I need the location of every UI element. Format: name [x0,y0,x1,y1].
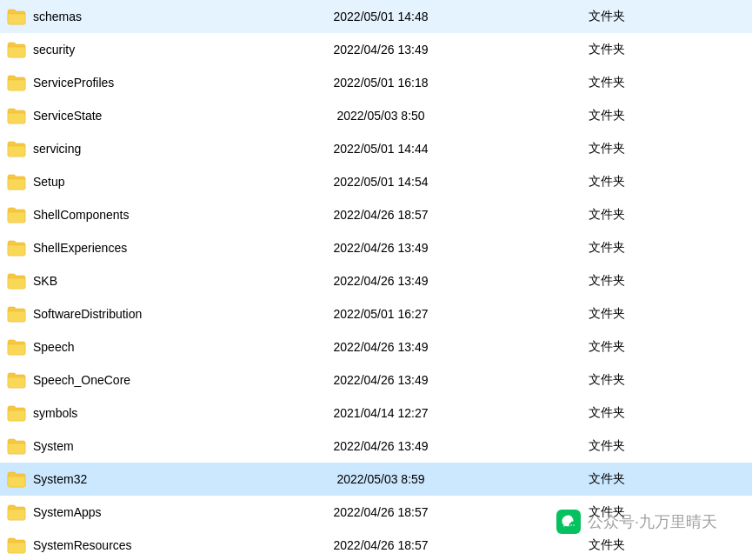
table-row[interactable]: System32 2022/05/03 8:59 文件夹 [0,463,752,496]
file-type: 文件夹 [468,207,745,223]
table-row[interactable]: security 2022/04/26 13:49 文件夹 [0,33,752,66]
table-row[interactable]: Speech 2022/04/26 13:49 文件夹 [0,330,752,363]
file-name: ServiceProfiles [33,76,294,90]
table-row[interactable]: servicing 2022/05/01 14:44 文件夹 [0,132,752,165]
file-date: 2022/04/26 13:49 [294,439,468,453]
folder-icon [7,41,26,58]
folder-icon [7,503,26,521]
folder-icon [7,537,26,554]
file-name: SKB [33,274,294,288]
folder-icon [7,470,26,488]
file-name: Setup [33,175,294,189]
folder-icon [7,371,26,389]
table-row[interactable]: SoftwareDistribution 2022/05/01 16:27 文件… [0,297,752,330]
file-type: 文件夹 [468,108,745,123]
file-date: 2022/05/01 16:27 [294,307,468,321]
file-type: 文件夹 [468,273,745,289]
folder-icon [7,206,26,223]
file-type: 文件夹 [468,75,745,90]
file-date: 2022/05/03 8:50 [294,109,468,123]
folder-icon [7,404,26,422]
file-type: 文件夹 [468,42,745,57]
table-row[interactable]: ShellComponents 2022/04/26 18:57 文件夹 [0,198,752,231]
folder-icon [7,173,26,190]
file-name: SystemResources [33,538,294,552]
file-type: 文件夹 [468,240,745,256]
file-name: ServiceState [33,109,294,123]
file-list: schemas 2022/05/01 14:48 文件夹 security 20… [0,0,752,560]
file-name: schemas [33,10,294,23]
file-date: 2021/04/14 12:27 [294,406,468,420]
file-name: security [33,43,294,57]
table-row[interactable]: SystemApps 2022/04/26 18:57 文件夹 [0,496,752,529]
file-type: 文件夹 [468,306,745,322]
table-row[interactable]: SystemResources 2022/04/26 18:57 文件夹 [0,529,752,560]
file-name: SystemApps [33,505,294,519]
file-date: 2022/04/26 18:57 [294,538,468,552]
folder-icon [7,437,26,455]
file-date: 2022/05/01 14:54 [294,175,468,189]
file-name: ShellExperiences [33,241,294,255]
folder-icon [7,305,26,323]
folder-icon [7,8,26,25]
file-name: Speech_OneCore [33,373,294,387]
file-date: 2022/05/01 14:48 [294,10,468,23]
file-date: 2022/04/26 13:49 [294,274,468,288]
file-type: 文件夹 [468,471,745,487]
file-date: 2022/04/26 18:57 [294,505,468,519]
file-name: System [33,439,294,453]
file-type: 文件夹 [468,537,745,553]
folder-icon [7,272,26,290]
file-type: 文件夹 [468,174,745,190]
file-type: 文件夹 [468,9,745,24]
folder-icon [7,239,26,257]
table-row[interactable]: symbols 2021/04/14 12:27 文件夹 [0,397,752,430]
file-date: 2022/04/26 18:57 [294,208,468,222]
file-type: 文件夹 [468,339,745,355]
table-row[interactable]: SKB 2022/04/26 13:49 文件夹 [0,264,752,297]
folder-icon [7,140,26,157]
table-row[interactable]: Speech_OneCore 2022/04/26 13:49 文件夹 [0,363,752,397]
file-name: symbols [33,406,294,420]
table-row[interactable]: ServiceState 2022/05/03 8:50 文件夹 [0,99,752,132]
file-date: 2022/04/26 13:49 [294,241,468,255]
folder-icon [7,338,26,356]
table-row[interactable]: System 2022/04/26 13:49 文件夹 [0,430,752,463]
folder-icon [7,74,26,91]
file-name: servicing [33,142,294,156]
file-name: SoftwareDistribution [33,307,294,321]
file-date: 2022/04/26 13:49 [294,340,468,354]
file-type: 文件夹 [468,504,745,520]
file-date: 2022/04/26 13:49 [294,373,468,387]
file-type: 文件夹 [468,141,745,157]
file-name: System32 [33,472,294,486]
table-row[interactable]: Setup 2022/05/01 14:54 文件夹 [0,165,752,198]
file-date: 2022/05/01 16:18 [294,76,468,90]
table-row[interactable]: ShellExperiences 2022/04/26 13:49 文件夹 [0,231,752,264]
file-type: 文件夹 [468,372,745,388]
file-date: 2022/05/03 8:59 [294,472,468,486]
file-name: ShellComponents [33,208,294,222]
file-date: 2022/05/01 14:44 [294,142,468,156]
file-type: 文件夹 [468,405,745,421]
folder-icon [7,107,26,124]
file-name: Speech [33,340,294,354]
file-type: 文件夹 [468,438,745,454]
table-row[interactable]: schemas 2022/05/01 14:48 文件夹 [0,0,752,33]
file-date: 2022/04/26 13:49 [294,43,468,57]
table-row[interactable]: ServiceProfiles 2022/05/01 16:18 文件夹 [0,66,752,99]
